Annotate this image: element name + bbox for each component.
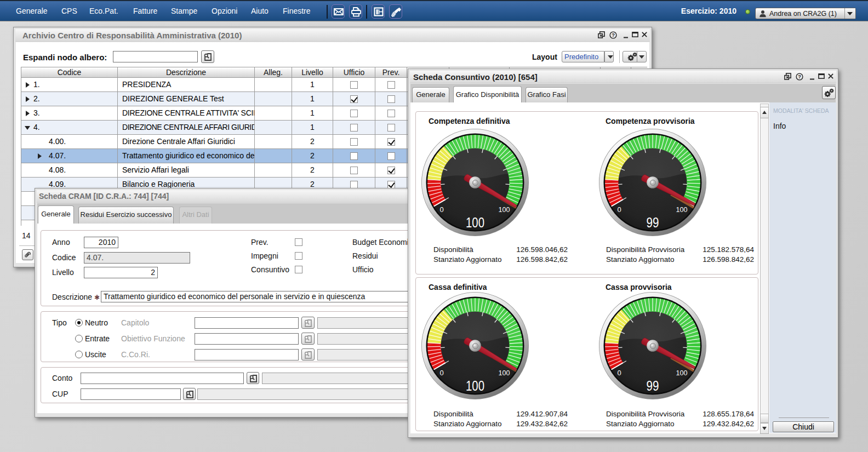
- svg-text:100: 100: [466, 378, 484, 393]
- svg-text:100: 100: [676, 205, 688, 214]
- svg-text:?: ?: [798, 74, 801, 79]
- svg-text:99: 99: [647, 215, 659, 230]
- svg-text:?: ?: [612, 32, 615, 38]
- svg-text:0: 0: [439, 369, 443, 377]
- svg-text:0: 0: [439, 205, 443, 214]
- svg-text:99: 99: [647, 378, 659, 393]
- svg-text:100: 100: [466, 215, 484, 230]
- svg-text:100: 100: [499, 369, 510, 377]
- svg-text:0: 0: [617, 369, 621, 377]
- svg-text:100: 100: [499, 205, 510, 214]
- svg-text:100: 100: [676, 369, 688, 377]
- svg-text:0: 0: [617, 205, 621, 214]
